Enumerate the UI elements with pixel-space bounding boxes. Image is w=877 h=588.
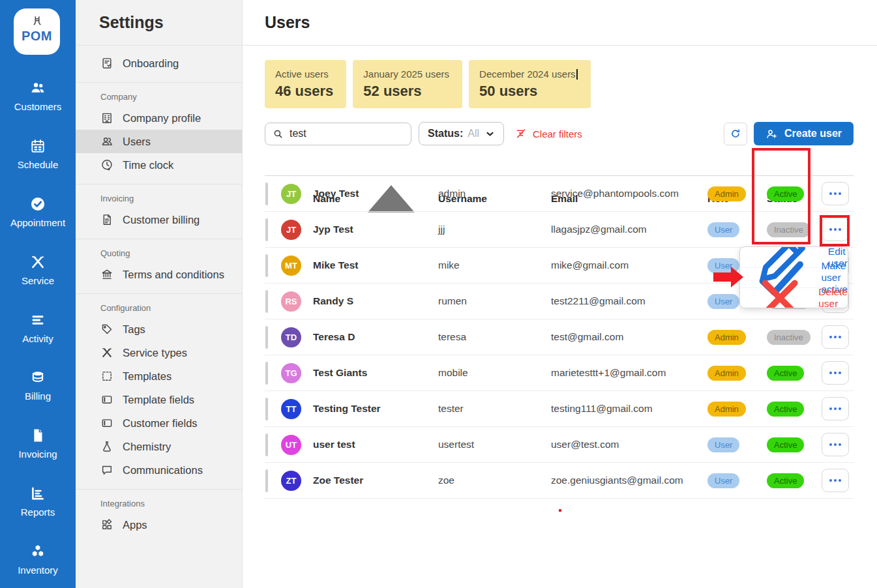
- cell-username: mobile: [438, 367, 551, 379]
- nav-item-appointment[interactable]: Appointment: [0, 183, 76, 241]
- settings-item-label: Onboarding: [123, 57, 179, 70]
- refresh-icon: [730, 128, 741, 140]
- row-actions-button[interactable]: [822, 469, 849, 492]
- menu-item-delete-user[interactable]: Delete user: [740, 287, 848, 308]
- ellipsis-dot: [829, 407, 832, 410]
- row-actions-button[interactable]: [822, 397, 849, 420]
- row-drag-handle[interactable]: [265, 434, 268, 456]
- status-filter-dropdown[interactable]: Status: All: [419, 122, 504, 145]
- avatar: JT: [281, 220, 301, 240]
- nav-item-schedule[interactable]: Schedule: [0, 125, 76, 183]
- nav-item-billing[interactable]: Billing: [0, 357, 76, 415]
- doc-icon: [29, 427, 46, 444]
- cell-email: marietesttt+1@gmail.com: [551, 367, 707, 379]
- row-actions-button[interactable]: [822, 325, 849, 349]
- cell-status: Active: [767, 186, 822, 201]
- chart-icon: [29, 485, 46, 502]
- clear-filters-button[interactable]: Clear filters: [515, 128, 582, 140]
- menu-item-label: Delete user: [818, 286, 848, 308]
- status-badge: Inactive: [767, 330, 810, 345]
- tools-icon: [100, 346, 113, 359]
- settings-item-template-fields[interactable]: Template fields: [76, 388, 242, 411]
- avatar: MT: [281, 256, 301, 276]
- people-icon: [29, 80, 46, 96]
- nav-item-activity[interactable]: Activity: [0, 299, 76, 357]
- row-drag-handle[interactable]: [265, 183, 268, 205]
- avatar-cell: TD: [265, 327, 313, 347]
- row-actions-button[interactable]: [822, 182, 849, 205]
- settings-item-users[interactable]: Users: [76, 130, 242, 153]
- row-drag-handle[interactable]: [265, 326, 268, 349]
- nav-item-label: Activity: [22, 333, 53, 344]
- settings-item-label: Customer billing: [123, 214, 200, 226]
- onboarding-icon: [100, 57, 113, 70]
- row-drag-handle[interactable]: [265, 218, 268, 241]
- settings-item-tags[interactable]: Tags: [76, 317, 242, 341]
- settings-item-company-profile[interactable]: Company profile: [76, 106, 242, 130]
- logo-text: POM: [22, 29, 52, 44]
- nav-item-service[interactable]: Service: [0, 241, 76, 299]
- row-drag-handle[interactable]: [265, 290, 268, 313]
- cell-actions: [822, 325, 854, 349]
- role-badge: Admin: [707, 366, 746, 381]
- settings-item-label: Terms and conditions: [123, 269, 224, 281]
- row-actions-button[interactable]: [822, 218, 849, 241]
- settings-item-customer-billing[interactable]: Customer billing: [76, 208, 242, 231]
- avatar-cell: JT: [265, 220, 313, 240]
- settings-item-templates[interactable]: Templates: [76, 364, 242, 388]
- table-row-teresa-d: TDTeresa Dteresatest@gmail.comAdminInact…: [265, 319, 854, 355]
- bank-icon: [100, 268, 113, 281]
- status-badge: Active: [767, 473, 804, 488]
- nav-item-invoicing[interactable]: Invoicing: [0, 415, 76, 473]
- app-logo[interactable]: POM: [14, 8, 60, 55]
- table-row-user-test: UTuser testusertestuser@test.comUserActi…: [265, 427, 854, 463]
- stat-card-label: December 2024 users: [479, 68, 578, 80]
- row-drag-handle[interactable]: [265, 254, 268, 277]
- search-icon: [273, 128, 284, 140]
- avatar: TG: [281, 363, 301, 383]
- settings-group: Onboarding: [76, 46, 242, 82]
- row-drag-handle[interactable]: [265, 398, 268, 420]
- cell-username: usertest: [438, 439, 551, 450]
- cell-role: Admin: [707, 366, 767, 381]
- row-actions-button[interactable]: [822, 433, 849, 456]
- users2-icon: [100, 135, 113, 148]
- nav-item-label: Inventory: [18, 565, 58, 576]
- cell-status: Active: [767, 473, 822, 488]
- cell-status: Active: [767, 437, 822, 452]
- status-filter-label: Status:: [428, 128, 463, 140]
- search-input[interactable]: [290, 128, 404, 140]
- settings-item-chemistry[interactable]: Chemistry: [76, 435, 242, 458]
- ellipsis-dot: [839, 479, 841, 482]
- settings-item-customer-fields[interactable]: Customer fields: [76, 411, 242, 435]
- ellipsis-dot: [834, 336, 837, 338]
- settings-item-onboarding[interactable]: Onboarding: [76, 51, 242, 75]
- status-badge: Active: [767, 186, 804, 201]
- refresh-button[interactable]: [724, 123, 747, 145]
- nav-item-label: Invoicing: [18, 448, 57, 460]
- settings-item-apps[interactable]: Apps: [76, 513, 242, 537]
- cell-username: mike: [438, 259, 551, 271]
- nav-item-reports[interactable]: Reports: [0, 472, 76, 530]
- settings-item-time-clock[interactable]: Time clock: [76, 153, 242, 177]
- avatar: RS: [281, 291, 301, 312]
- nav-item-customers[interactable]: Customers: [0, 67, 76, 125]
- row-drag-handle[interactable]: [265, 362, 268, 385]
- toolbar: Status: All Clear filters: [265, 122, 854, 145]
- status-badge: Active: [767, 402, 804, 417]
- role-badge: User: [707, 294, 739, 309]
- role-badge: Admin: [707, 330, 746, 345]
- cell-role: Admin: [707, 402, 767, 417]
- settings-item-terms-and-conditions[interactable]: Terms and conditions: [76, 263, 242, 286]
- row-actions-button[interactable]: [822, 361, 849, 385]
- nav-item-inventory[interactable]: Inventory: [0, 530, 76, 588]
- settings-group-integrations: IntegrationsApps: [76, 489, 242, 544]
- settings-item-label: Communications: [123, 464, 203, 477]
- create-user-button[interactable]: Create user: [754, 122, 854, 145]
- settings-item-communications[interactable]: Communications: [76, 458, 242, 482]
- cell-username: teresa: [438, 331, 551, 343]
- search-box[interactable]: [265, 123, 411, 145]
- cell-username: tester: [438, 403, 551, 415]
- settings-item-service-types[interactable]: Service types: [76, 341, 242, 364]
- row-drag-handle[interactable]: [265, 469, 268, 492]
